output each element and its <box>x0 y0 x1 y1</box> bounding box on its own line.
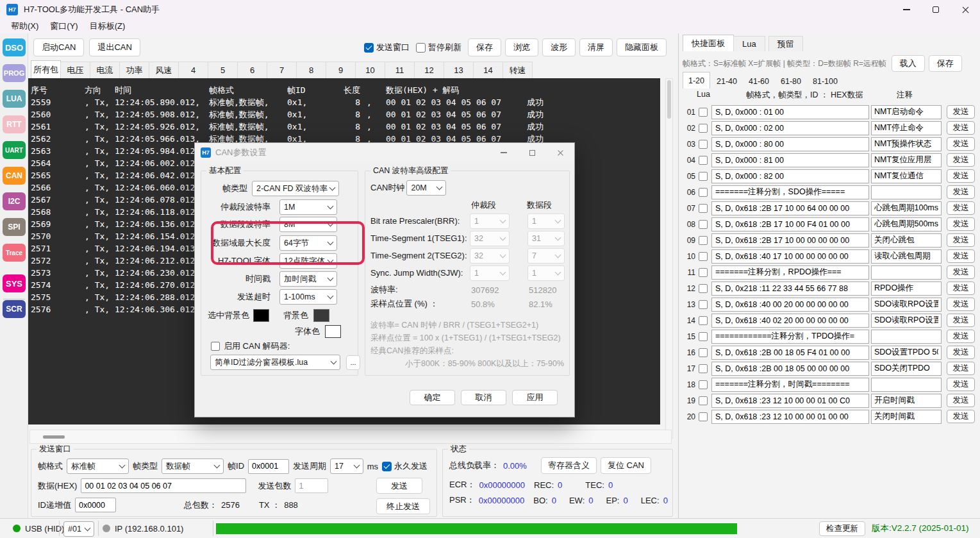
panel-command-input[interactable] <box>711 282 869 296</box>
panel-row-lua-checkbox[interactable] <box>699 156 708 165</box>
sidebar-item-can[interactable]: CAN <box>3 167 26 185</box>
subtab-21-40[interactable]: 21-40 <box>711 74 742 88</box>
panel-note-input[interactable] <box>871 217 942 231</box>
h7-tool-font-select[interactable]: 12点阵字体 <box>279 253 337 269</box>
subtab-41-60[interactable]: 41-60 <box>743 74 774 88</box>
panel-row-lua-checkbox[interactable] <box>699 380 708 389</box>
panel-command-input[interactable] <box>711 105 869 119</box>
panel-command-input[interactable] <box>711 394 869 408</box>
panel-note-input[interactable] <box>871 169 942 183</box>
table-row[interactable]: 2559, Tx,12:24:05.890.012,标准帧,数据帧,0x1,8,… <box>28 96 660 108</box>
register-meaning-button[interactable]: 寄存器含义 <box>541 457 597 474</box>
panel-note-input[interactable] <box>871 201 942 215</box>
panel-send-button[interactable]: 发送 <box>947 249 975 263</box>
panel-command-input[interactable] <box>711 265 869 280</box>
panel-row-lua-checkbox[interactable] <box>699 252 708 261</box>
panel-note-input[interactable] <box>871 121 942 135</box>
panel-note-input[interactable] <box>871 330 942 344</box>
panel-send-button[interactable]: 发送 <box>947 153 975 167</box>
tab-11[interactable]: 11 <box>385 62 415 78</box>
sidebar-item-dso[interactable]: DSO <box>3 38 26 56</box>
panel-command-input[interactable] <box>711 153 869 167</box>
enable-decoder-checkbox[interactable] <box>211 342 220 351</box>
panel-send-button[interactable]: 发送 <box>947 394 975 407</box>
close-button[interactable] <box>951 0 980 19</box>
panel-row-lua-checkbox[interactable] <box>699 140 708 149</box>
tab-quick-panel[interactable]: 快捷面板 <box>683 35 734 51</box>
panel-command-input[interactable] <box>711 410 869 424</box>
panel-note-input[interactable] <box>871 394 942 408</box>
panel-row-lua-checkbox[interactable] <box>699 124 708 133</box>
panel-row-lua-checkbox[interactable] <box>699 268 708 277</box>
stop-send-button[interactable]: 终止发送 <box>376 498 430 514</box>
font-color-swatch[interactable] <box>325 325 341 338</box>
panel-row-lua-checkbox[interactable] <box>699 236 708 245</box>
tab-12[interactable]: 12 <box>414 62 444 78</box>
panel-send-button[interactable]: 发送 <box>947 362 975 375</box>
panel-row-lua-checkbox[interactable] <box>699 396 708 405</box>
vertical-scrollbar[interactable] <box>665 78 673 439</box>
browse-button[interactable]: 浏览 <box>505 38 538 56</box>
horizontal-scrollbar[interactable] <box>29 430 672 444</box>
panel-send-button[interactable]: 发送 <box>947 217 975 231</box>
panel-note-input[interactable] <box>871 137 942 151</box>
panel-row-lua-checkbox[interactable] <box>699 172 708 181</box>
panel-send-button[interactable]: 发送 <box>947 201 975 215</box>
panel-row-lua-checkbox[interactable] <box>699 332 708 341</box>
can-clock-select[interactable]: 20M <box>406 180 446 196</box>
tab-9[interactable]: 9 <box>326 62 356 78</box>
tab-所有包[interactable]: 所有包 <box>31 60 61 78</box>
sidebar-item-prog[interactable]: PROG <box>3 64 26 82</box>
menu-help[interactable]: 帮助(X) <box>5 21 44 32</box>
panel-note-input[interactable] <box>871 298 942 312</box>
panel-command-input[interactable] <box>711 233 869 248</box>
sidebar-item-uart[interactable]: UART <box>3 141 26 159</box>
waveform-button[interactable]: 波形 <box>542 38 576 56</box>
tab-电压[interactable]: 电压 <box>60 62 90 78</box>
menu-target-board[interactable]: 目标板(Z) <box>84 21 131 32</box>
menu-window[interactable]: 窗口(Y) <box>44 21 83 32</box>
subtab-1-20[interactable]: 1-20 <box>683 72 710 88</box>
check-update-button[interactable]: 检查更新 <box>819 521 865 536</box>
panel-command-input[interactable] <box>711 185 869 199</box>
tab-4[interactable]: 4 <box>178 62 208 78</box>
sidebar-item-sys[interactable]: SYS <box>3 274 26 292</box>
device-index-select[interactable]: #01 <box>63 521 94 537</box>
load-button[interactable]: 载入 <box>892 55 925 72</box>
panel-command-input[interactable] <box>711 137 869 151</box>
frame-format-select[interactable]: 标准帧 <box>67 458 129 474</box>
tab-风速[interactable]: 风速 <box>149 62 179 78</box>
panel-row-lua-checkbox[interactable] <box>699 348 708 357</box>
arbitration-baudrate-select[interactable]: 1M <box>279 199 337 215</box>
tab-10[interactable]: 10 <box>355 62 385 78</box>
pause-refresh-checkbox[interactable] <box>416 43 426 53</box>
table-row[interactable]: 2561, Tx,12:24:05.926.012,标准帧,数据帧,0x1,8,… <box>28 121 660 133</box>
browse-decoder-button[interactable]: ... <box>346 355 360 370</box>
tab-功率[interactable]: 功率 <box>119 62 149 78</box>
panel-note-input[interactable] <box>871 282 942 296</box>
panel-send-button[interactable]: 发送 <box>947 121 975 135</box>
tab-7[interactable]: 7 <box>267 62 297 78</box>
panel-note-input[interactable] <box>871 249 942 264</box>
tab-lua[interactable]: Lua <box>733 36 765 51</box>
start-can-button[interactable]: 启动CAN <box>33 38 84 56</box>
table-row[interactable]: 2560, Tx,12:24:05.908.012,标准帧,数据帧,0x1,8,… <box>28 108 660 121</box>
send-period-select[interactable]: 17 <box>330 458 363 474</box>
panel-send-button[interactable]: 发送 <box>947 169 975 183</box>
panel-command-input[interactable] <box>711 378 869 392</box>
panel-send-button[interactable]: 发送 <box>947 410 975 423</box>
panel-row-lua-checkbox[interactable] <box>699 284 708 293</box>
panel-note-input[interactable] <box>871 185 942 199</box>
send-window-checkbox[interactable] <box>364 43 374 53</box>
tab-电流[interactable]: 电流 <box>90 62 120 78</box>
hide-panel-button[interactable]: 隐藏面板 <box>617 38 667 56</box>
frame-id-input[interactable] <box>248 459 289 474</box>
send-button[interactable]: 发送 <box>376 478 422 494</box>
timestamp-select[interactable]: 加时间戳 <box>279 271 337 287</box>
panel-note-input[interactable] <box>871 378 942 392</box>
tab-13[interactable]: 13 <box>444 62 474 78</box>
panel-send-button[interactable]: 发送 <box>947 330 975 343</box>
panel-send-button[interactable]: 发送 <box>947 282 975 295</box>
dialog-minimize-button[interactable] <box>490 143 518 162</box>
panel-send-button[interactable]: 发送 <box>947 314 975 327</box>
